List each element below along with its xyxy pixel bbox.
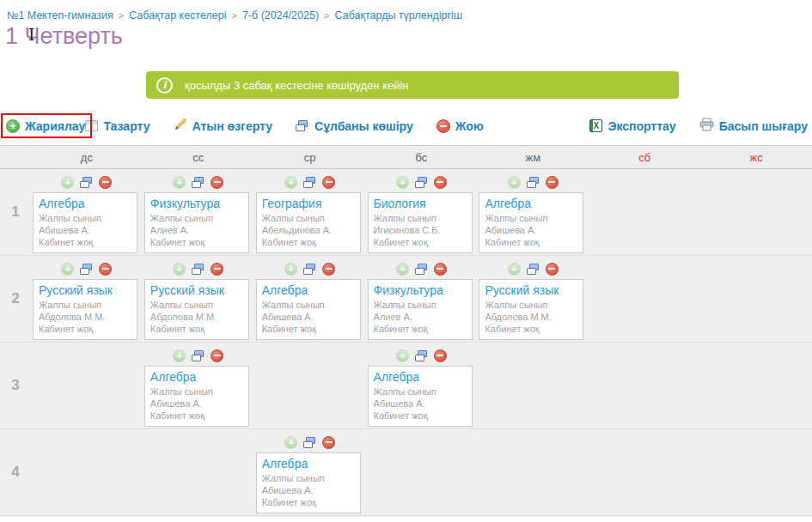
add-lesson-icon[interactable]: + xyxy=(396,263,409,276)
timetable-cell: + Русский язык Жалпы сынып Абдолова М.М.… xyxy=(31,256,143,342)
copy-lesson-icon[interactable] xyxy=(303,264,316,275)
minus-circle-icon xyxy=(437,119,450,133)
pencil-icon xyxy=(174,118,187,134)
export-button[interactable]: X Экспорттау xyxy=(589,119,675,133)
lesson-card[interactable]: Физкультура Жалпы сынып Алиев А. Кабинет… xyxy=(368,279,473,340)
copy-lesson-icon[interactable] xyxy=(80,264,93,275)
print-button[interactable]: Басып шығару xyxy=(699,118,808,134)
copy-lesson-icon[interactable] xyxy=(415,177,428,188)
lesson-teacher: Абишева А. xyxy=(374,398,467,410)
lesson-room: Кабинет жоқ xyxy=(262,496,355,508)
lesson-card[interactable]: Алгебра Жалпы сынып Абишева А. Кабинет ж… xyxy=(144,366,249,427)
lesson-card[interactable]: Алгебра Жалпы сынып Абишева А. Кабинет ж… xyxy=(256,452,361,513)
cell-icon-bar: + xyxy=(254,262,366,276)
copy-lesson-icon[interactable] xyxy=(303,177,316,188)
page-title[interactable]: 1 Четверть xyxy=(5,23,812,50)
lesson-room: Кабинет жоқ xyxy=(374,323,467,335)
lesson-group: Жалпы сынып xyxy=(485,212,577,224)
delete-button[interactable]: Жою xyxy=(437,119,484,133)
cell-icon-bar: + xyxy=(31,175,143,189)
add-lesson-icon[interactable]: + xyxy=(173,176,186,189)
timetable-cell xyxy=(477,343,589,428)
clear-button[interactable]: Тазарту xyxy=(85,119,150,133)
info-icon: i xyxy=(156,77,173,94)
lesson-room: Кабинет жоқ xyxy=(39,323,131,335)
remove-lesson-icon[interactable] xyxy=(546,263,559,276)
lesson-group: Жалпы сынып xyxy=(150,385,243,398)
copy-lesson-icon[interactable] xyxy=(415,264,428,275)
lesson-card[interactable]: Алгебра Жалпы сынып Абишева А. Кабинет ж… xyxy=(256,279,361,340)
cell-icon-bar: + xyxy=(366,349,478,362)
timetable-cell: + Алгебра Жалпы сынып Абишева А. Кабинет… xyxy=(254,256,366,342)
notification-text: қосылды 3 сабақ кестесіне көшіруден кейі… xyxy=(185,79,409,92)
lesson-room: Кабинет жоқ xyxy=(262,323,355,335)
timetable-cell xyxy=(700,343,812,428)
remove-lesson-icon[interactable] xyxy=(434,176,447,189)
remove-lesson-icon[interactable] xyxy=(211,176,223,189)
lesson-group: Жалпы сынып xyxy=(150,299,243,311)
lesson-card[interactable]: Алгебра Жалпы сынып Абишева А. Кабинет ж… xyxy=(368,366,473,427)
remove-lesson-icon[interactable] xyxy=(434,349,447,362)
lesson-card[interactable]: Физкультура Жалпы сынып Алиев А. Кабинет… xyxy=(144,192,249,253)
remove-lesson-icon[interactable] xyxy=(546,176,559,189)
lesson-teacher: Абельдинова А. xyxy=(262,224,355,236)
lesson-teacher: Абишева А. xyxy=(39,224,131,236)
remove-lesson-icon[interactable] xyxy=(99,263,112,276)
add-lesson-icon[interactable]: + xyxy=(396,176,409,189)
remove-lesson-icon[interactable] xyxy=(99,176,112,189)
timetable-cell: + Алгебра Жалпы сынып Абишева А. Кабинет… xyxy=(31,169,143,255)
lesson-subject: Русский язык xyxy=(485,283,577,297)
add-lesson-icon[interactable]: + xyxy=(61,263,74,276)
lesson-card[interactable]: География Жалпы сынып Абельдинова А. Каб… xyxy=(256,192,361,253)
lesson-room: Кабинет жоқ xyxy=(374,410,467,422)
timetable-cell: + Алгебра Жалпы сынып Абишева А. Кабинет… xyxy=(477,169,589,255)
add-lesson-icon[interactable]: + xyxy=(173,263,186,276)
lesson-card[interactable]: Алгебра Жалпы сынып Абишева А. Кабинет ж… xyxy=(479,192,583,253)
copy-lesson-icon[interactable] xyxy=(192,177,205,188)
copy-lesson-icon[interactable] xyxy=(415,350,428,361)
grid-body: 1 + Алгебра Жалпы сынып Абишева А. Кабин… xyxy=(0,169,812,517)
table-row: 4 + Алгебра Жалпы сынып Абишева А. Кабин… xyxy=(0,429,812,516)
lesson-group: Жалпы сынып xyxy=(39,212,131,224)
remove-lesson-icon[interactable] xyxy=(211,349,223,362)
lesson-subject: Биология xyxy=(374,197,467,210)
remove-lesson-icon[interactable] xyxy=(322,176,335,189)
remove-lesson-icon[interactable] xyxy=(211,263,223,276)
breadcrumb-link-class[interactable]: 7-б (2024/2025) xyxy=(242,9,319,21)
add-lesson-icon[interactable]: + xyxy=(508,263,521,276)
remove-lesson-icon[interactable] xyxy=(434,263,447,276)
timetable-cell xyxy=(700,429,812,515)
breadcrumb-link-school[interactable]: №1 Мектеп-гимназия xyxy=(7,9,113,21)
lesson-card[interactable]: Русский язык Жалпы сынып Абдолова М.М. К… xyxy=(479,279,583,340)
copy-lesson-icon[interactable] xyxy=(303,437,316,448)
add-lesson-icon[interactable]: + xyxy=(173,349,186,362)
breadcrumb-link-converter[interactable]: Сабақтарды түрлендіргіш xyxy=(335,9,462,21)
copy-schema-button[interactable]: Сұлбаны көшіру xyxy=(296,119,413,133)
lesson-card[interactable]: Русский язык Жалпы сынып Абдолова М.М. К… xyxy=(33,279,137,340)
lesson-group: Жалпы сынып xyxy=(262,212,355,224)
copy-lesson-icon[interactable] xyxy=(80,177,93,188)
publish-button[interactable]: + Жариялау xyxy=(6,119,85,133)
lesson-group: Жалпы сынып xyxy=(374,385,467,398)
lesson-card[interactable]: Алгебра Жалпы сынып Абишева А. Кабинет ж… xyxy=(33,192,137,253)
breadcrumb-separator: > xyxy=(119,10,124,21)
copy-lesson-icon[interactable] xyxy=(192,264,205,275)
breadcrumb-link-timetables[interactable]: Сабақтар кестелері xyxy=(129,9,226,21)
lesson-card[interactable]: Биология Жалпы сынып Игисинова С.Б. Каби… xyxy=(368,192,473,253)
copy-lesson-icon[interactable] xyxy=(192,350,205,361)
lesson-card[interactable]: Русский язык Жалпы сынып Абдолова М.М. К… xyxy=(144,279,249,340)
remove-lesson-icon[interactable] xyxy=(322,263,335,276)
row-number: 4 xyxy=(0,429,31,515)
add-lesson-icon[interactable]: + xyxy=(396,349,409,362)
add-lesson-icon[interactable]: + xyxy=(284,436,297,449)
cell-icon-bar: + xyxy=(31,262,143,276)
add-lesson-icon[interactable]: + xyxy=(284,263,297,276)
remove-lesson-icon[interactable] xyxy=(322,436,335,449)
add-lesson-icon[interactable]: + xyxy=(284,176,297,189)
add-lesson-icon[interactable]: + xyxy=(61,176,74,189)
add-lesson-icon[interactable]: + xyxy=(508,176,521,189)
copy-lesson-icon[interactable] xyxy=(527,177,540,188)
lesson-teacher: Абдолова М.М. xyxy=(485,311,577,323)
copy-lesson-icon[interactable] xyxy=(527,264,540,275)
rename-button[interactable]: Атын өзгерту xyxy=(174,118,273,134)
